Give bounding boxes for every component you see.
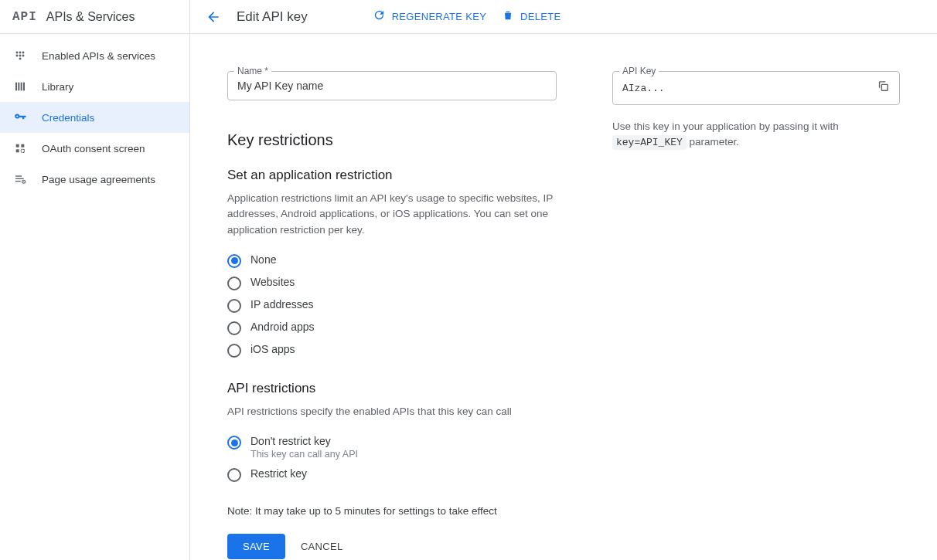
svg-rect-13 (16, 149, 19, 152)
radio-app-none[interactable]: None (227, 252, 557, 270)
svg-point-6 (19, 58, 22, 60)
radio-icon (227, 254, 241, 268)
radio-label: IP addresses (250, 298, 313, 311)
sidebar-item-oauth-consent[interactable]: OAuth consent screen (0, 133, 189, 164)
api-key-label: API Key (619, 66, 659, 76)
app-restriction-radio-group: None Websites IP addresses Android apps (227, 252, 557, 359)
svg-point-2 (22, 52, 25, 54)
regenerate-key-button[interactable]: REGENERATE KEY (373, 8, 486, 25)
name-field[interactable]: Name * (227, 71, 557, 100)
svg-rect-10 (23, 83, 25, 91)
api-restriction-title: API restrictions (227, 381, 557, 396)
api-restriction-radio-group: Don't restrict key This key can call any… (227, 433, 557, 484)
sidebar-item-label: Credentials (42, 112, 94, 124)
api-restriction-help: API restrictions specify the enabled API… (227, 404, 557, 419)
svg-point-0 (16, 52, 19, 54)
sidebar: API APIs & Services Enabled APIs & servi… (0, 0, 190, 560)
help-suffix: parameter. (687, 136, 739, 148)
name-input[interactable] (237, 80, 547, 92)
radio-app-ios[interactable]: iOS apps (227, 341, 557, 359)
name-label: Name * (234, 66, 271, 76)
radio-label: Don't restrict key (250, 435, 358, 447)
regenerate-label: REGENERATE KEY (392, 11, 486, 22)
right-column: API Key AIza... Use this key in your app… (612, 71, 900, 541)
radio-label: iOS apps (250, 343, 295, 355)
radio-label: Android apps (250, 321, 315, 333)
svg-point-1 (19, 52, 22, 54)
svg-rect-19 (881, 84, 888, 90)
main: Edit API key REGENERATE KEY DELETE Name … (190, 0, 937, 560)
sidebar-item-label: Library (42, 81, 73, 93)
sidebar-nav: Enabled APIs & services Library Credenti… (0, 34, 189, 195)
radio-app-websites[interactable]: Websites (227, 274, 557, 292)
agreements-icon (12, 171, 28, 187)
left-column: Name * Key restrictions Set an applicati… (227, 71, 557, 541)
svg-rect-12 (21, 144, 24, 148)
radio-label: None (250, 253, 276, 266)
api-key-value: AIza... (622, 83, 871, 94)
sidebar-item-library[interactable]: Library (0, 71, 189, 102)
radio-icon (227, 321, 241, 335)
svg-rect-8 (18, 83, 19, 91)
svg-rect-16 (15, 178, 24, 179)
sidebar-header: API APIs & Services (0, 0, 189, 34)
delete-label: DELETE (520, 11, 560, 22)
radio-app-ip[interactable]: IP addresses (227, 297, 557, 314)
svg-rect-15 (15, 175, 22, 176)
api-logo-icon: API (12, 10, 37, 24)
key-restrictions-title: Key restrictions (227, 131, 557, 149)
svg-rect-11 (16, 144, 19, 148)
sidebar-item-agreements[interactable]: Page usage agreements (0, 164, 189, 195)
api-key-help-text: Use this key in your application by pass… (612, 119, 900, 151)
back-button[interactable] (206, 9, 221, 25)
refresh-icon (373, 8, 386, 25)
svg-point-4 (19, 55, 22, 57)
toolbar: Edit API key REGENERATE KEY DELETE (190, 0, 937, 34)
radio-api-dont-restrict[interactable]: Don't restrict key This key can call any… (227, 433, 557, 461)
app-restriction-title: Set an application restriction (227, 168, 557, 183)
radio-icon (227, 299, 241, 313)
page-title: Edit API key (237, 9, 308, 25)
svg-rect-7 (15, 83, 17, 91)
radio-icon (227, 436, 241, 450)
app-restriction-help: Application restrictions limit an API ke… (227, 191, 557, 238)
svg-rect-9 (21, 83, 22, 91)
radio-app-android[interactable]: Android apps (227, 319, 557, 337)
sidebar-item-label: Enabled APIs & services (42, 50, 155, 62)
delete-button[interactable]: DELETE (502, 9, 560, 25)
cancel-button[interactable]: CANCEL (301, 541, 343, 552)
radio-label: Websites (250, 276, 295, 288)
key-icon (12, 110, 28, 125)
code-chip: key=API_KEY (612, 135, 687, 150)
radio-label: Restrict key (250, 467, 307, 480)
consent-icon (12, 141, 28, 156)
radio-icon (227, 468, 241, 482)
sidebar-item-enabled-apis[interactable]: Enabled APIs & services (0, 40, 189, 71)
help-prefix: Use this key in your application by pass… (612, 120, 839, 132)
svg-point-3 (16, 55, 19, 57)
library-icon (12, 79, 28, 94)
sidebar-title: APIs & Services (46, 10, 135, 24)
save-button[interactable]: SAVE (227, 534, 285, 559)
api-key-field: API Key AIza... (612, 71, 900, 105)
radio-sublabel: This key can call any API (250, 449, 358, 460)
sidebar-item-label: Page usage agreements (42, 174, 155, 185)
radio-api-restrict[interactable]: Restrict key (227, 466, 557, 484)
svg-rect-17 (15, 181, 21, 182)
radio-icon (227, 277, 241, 290)
copy-button[interactable] (877, 80, 890, 97)
radio-icon (227, 344, 241, 358)
svg-rect-14 (21, 149, 24, 152)
trash-icon (502, 9, 514, 25)
settings-note: Note: It may take up to 5 minutes for se… (227, 505, 557, 517)
content: Name * Key restrictions Set an applicati… (190, 34, 937, 560)
button-row: SAVE CANCEL (227, 534, 557, 559)
sidebar-item-label: OAuth consent screen (42, 143, 145, 154)
svg-point-5 (22, 55, 25, 57)
dashboard-icon (12, 48, 28, 63)
sidebar-item-credentials[interactable]: Credentials (0, 102, 189, 133)
